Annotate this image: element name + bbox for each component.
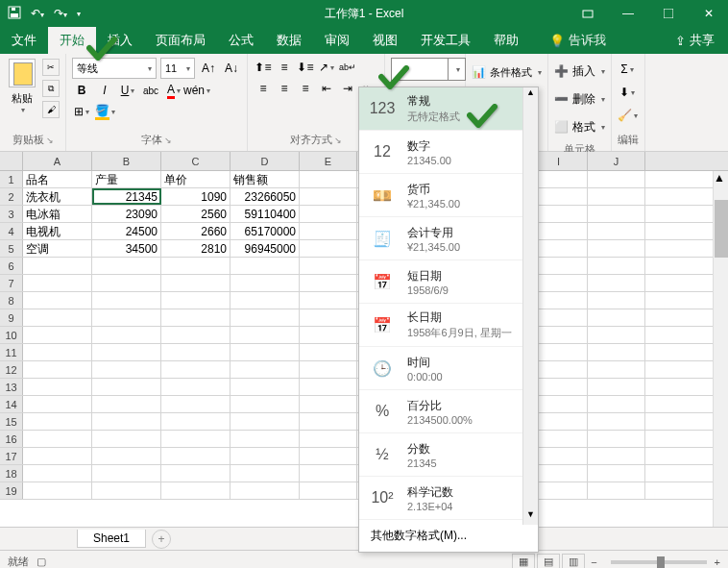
cell[interactable] xyxy=(23,275,92,291)
format-item-scientific[interactable]: 10² 科学记数 2.13E+04 xyxy=(359,477,538,520)
cell[interactable] xyxy=(588,327,645,343)
align-top-icon[interactable]: ⬆≡ xyxy=(254,58,273,77)
cell[interactable]: 34500 xyxy=(92,240,161,257)
cell[interactable] xyxy=(23,413,92,430)
dialog-launcher-icon[interactable]: ↘ xyxy=(164,136,172,145)
bold-button[interactable]: B xyxy=(72,81,91,100)
format-item-number[interactable]: 12 数字 21345.00 xyxy=(359,131,538,174)
font-size-input[interactable]: 11▾ xyxy=(160,58,195,79)
tellme[interactable]: 💡告诉我 xyxy=(538,27,618,54)
cell[interactable] xyxy=(530,188,588,205)
row-header-10[interactable]: 10 xyxy=(0,327,23,343)
cell[interactable] xyxy=(300,275,357,291)
cell[interactable] xyxy=(530,344,588,360)
cell[interactable] xyxy=(588,171,645,187)
cell[interactable] xyxy=(588,275,645,291)
row-header-12[interactable]: 12 xyxy=(0,361,23,378)
tab-help[interactable]: 帮助 xyxy=(482,27,530,54)
cell[interactable] xyxy=(23,327,92,343)
tab-layout[interactable]: 页面布局 xyxy=(144,27,217,54)
cell[interactable] xyxy=(588,379,645,395)
cell[interactable] xyxy=(530,258,588,274)
cell[interactable] xyxy=(161,379,231,395)
cell[interactable] xyxy=(231,431,300,447)
cut-icon[interactable]: ✂ xyxy=(42,59,60,76)
cell[interactable] xyxy=(231,465,300,482)
col-header-C[interactable]: C xyxy=(161,152,231,170)
cell[interactable] xyxy=(92,431,161,447)
tab-review[interactable]: 审阅 xyxy=(313,27,361,54)
cell[interactable] xyxy=(92,309,161,326)
delete-cells-button[interactable]: ➖删除▾ xyxy=(554,86,605,112)
cell[interactable] xyxy=(300,258,357,274)
row-header-17[interactable]: 17 xyxy=(0,448,23,464)
menu-scrollbar[interactable]: ▲▼ xyxy=(522,87,538,525)
cell[interactable] xyxy=(530,275,588,291)
increase-indent-icon[interactable]: ⇥ xyxy=(338,79,357,98)
cell[interactable] xyxy=(530,396,588,412)
wrap-text-icon[interactable]: ab↵ xyxy=(338,58,357,77)
cell[interactable] xyxy=(92,344,161,360)
format-item-fraction[interactable]: ½ 分数 21345 xyxy=(359,433,538,477)
autosum-icon[interactable]: Σ▾ xyxy=(618,60,637,79)
align-bottom-icon[interactable]: ⬇≡ xyxy=(296,58,315,77)
cell[interactable] xyxy=(231,344,300,360)
phonetic-icon[interactable]: abc xyxy=(141,81,160,100)
cell[interactable] xyxy=(23,361,92,378)
cell[interactable] xyxy=(300,206,357,222)
cell[interactable] xyxy=(92,275,161,291)
cell[interactable] xyxy=(92,361,161,378)
cell[interactable] xyxy=(23,309,92,326)
cell[interactable]: 洗衣机 xyxy=(23,188,92,205)
cell[interactable] xyxy=(161,309,231,326)
cell[interactable] xyxy=(231,309,300,326)
cell[interactable] xyxy=(588,292,645,309)
maximize-icon[interactable] xyxy=(649,0,688,27)
grow-font-icon[interactable]: A↑ xyxy=(199,59,218,78)
border-icon[interactable]: ⊞▾ xyxy=(72,102,91,121)
cell[interactable] xyxy=(588,482,645,499)
align-middle-icon[interactable]: ≡ xyxy=(275,58,294,77)
cell[interactable]: 96945000 xyxy=(231,240,300,257)
cell[interactable] xyxy=(92,327,161,343)
row-header-2[interactable]: 2 xyxy=(0,188,23,205)
share-button[interactable]: ⇪共享 xyxy=(662,27,728,54)
cell[interactable] xyxy=(588,188,645,205)
cell[interactable] xyxy=(588,465,645,482)
row-header-19[interactable]: 19 xyxy=(0,482,23,499)
tab-data[interactable]: 数据 xyxy=(265,27,313,54)
row-header-4[interactable]: 4 xyxy=(0,223,23,239)
cell[interactable] xyxy=(231,413,300,430)
cell[interactable] xyxy=(92,448,161,464)
cell[interactable] xyxy=(300,327,357,343)
row-header-13[interactable]: 13 xyxy=(0,379,23,395)
copy-icon[interactable]: ⧉ xyxy=(42,80,60,97)
cell[interactable] xyxy=(300,379,357,395)
cell[interactable] xyxy=(300,171,357,187)
tab-formulas[interactable]: 公式 xyxy=(217,27,265,54)
cell[interactable]: 单价 xyxy=(161,171,231,187)
cell[interactable] xyxy=(588,223,645,239)
cell[interactable] xyxy=(92,465,161,482)
cell[interactable] xyxy=(300,292,357,309)
row-header-7[interactable]: 7 xyxy=(0,275,23,291)
cell[interactable] xyxy=(161,431,231,447)
dialog-launcher-icon[interactable]: ↘ xyxy=(46,136,54,145)
cell[interactable] xyxy=(23,448,92,464)
sheet-tab[interactable]: Sheet1 xyxy=(77,530,146,548)
orientation-icon[interactable]: ↗▾ xyxy=(317,58,336,77)
shrink-font-icon[interactable]: A↓ xyxy=(222,59,241,78)
font-color-icon[interactable]: A▾ xyxy=(164,81,183,100)
cell[interactable] xyxy=(161,448,231,464)
clear-icon[interactable]: 🧹▾ xyxy=(618,106,637,125)
cell[interactable] xyxy=(530,413,588,430)
view-page-layout-icon[interactable]: ▤ xyxy=(537,554,560,569)
align-left-icon[interactable]: ≡ xyxy=(254,79,273,98)
cell[interactable]: 24500 xyxy=(92,223,161,239)
minimize-icon[interactable]: — xyxy=(609,0,647,27)
cell[interactable] xyxy=(300,344,357,360)
view-normal-icon[interactable]: ▦ xyxy=(512,554,535,569)
tab-file[interactable]: 文件 xyxy=(0,27,48,54)
fill-color-icon[interactable]: 🪣▾ xyxy=(95,102,114,121)
row-header-3[interactable]: 3 xyxy=(0,206,23,222)
